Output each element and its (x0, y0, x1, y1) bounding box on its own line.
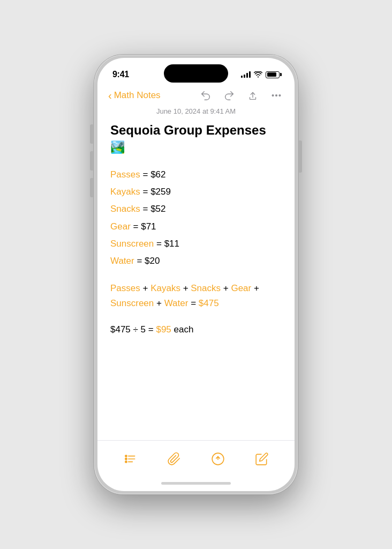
expense-value-gear: = $71 (133, 221, 156, 232)
formula-line-1: Passes + Kayaks + Snacks + Gear + (110, 281, 282, 296)
expense-value-water: = $20 (137, 256, 160, 266)
svg-point-2 (276, 95, 277, 97)
note-title-text: Sequoia Group Expenses (110, 123, 266, 137)
expense-var-gear: Gear (110, 221, 131, 232)
note-emoji: 🏞️ (110, 140, 125, 154)
checklist-button[interactable] (118, 447, 142, 471)
send-button[interactable] (206, 447, 230, 471)
expense-list: Passes = $62 Kayaks = $259 Snacks = $52 … (110, 166, 282, 270)
list-item: Gear = $71 (110, 218, 282, 235)
signal-icon (241, 71, 251, 78)
formula-var-kayaks: Kayaks (150, 283, 180, 293)
list-item: Kayaks = $259 (110, 183, 282, 201)
phone-frame: 9:41 (94, 55, 298, 494)
division-text-prefix: $475 ÷ 5 = (110, 324, 156, 335)
expense-value-sunscreen: = $11 (156, 239, 179, 249)
division-text-suffix: each (171, 324, 194, 335)
expense-var-kayaks: Kayaks (110, 187, 140, 197)
formula-op: + (142, 283, 150, 293)
formula-result-total: $475 (199, 298, 219, 308)
bottom-toolbar (97, 440, 295, 475)
svg-point-6 (125, 458, 127, 459)
back-label: Math Notes (114, 90, 161, 101)
formula-block: Passes + Kayaks + Snacks + Gear + Sunscr… (110, 281, 282, 312)
dynamic-island (164, 64, 228, 83)
list-item: Snacks = $52 (110, 201, 282, 218)
compose-button[interactable] (250, 447, 274, 471)
formula-var-passes: Passes (110, 283, 140, 293)
svg-point-1 (272, 95, 274, 97)
svg-point-3 (279, 95, 281, 97)
nav-bar: ‹ Math Notes (97, 84, 295, 107)
formula-line-2: Sunscreen + Water = $475 (110, 296, 282, 311)
wifi-icon (254, 71, 262, 78)
nav-actions (198, 88, 284, 103)
expense-var-snacks: Snacks (110, 204, 140, 214)
more-button[interactable] (269, 88, 284, 103)
undo-button[interactable] (198, 88, 213, 103)
list-item: Sunscreen = $11 (110, 235, 282, 253)
list-item: Water = $20 (110, 253, 282, 270)
expense-value-passes: = $62 (142, 169, 165, 180)
share-button[interactable] (245, 88, 260, 103)
division-result: $95 (156, 324, 171, 335)
formula-op: + (156, 298, 164, 308)
svg-point-4 (125, 455, 127, 457)
formula-op: + (183, 283, 191, 293)
list-item: Passes = $62 (110, 166, 282, 183)
formula-op: + (254, 283, 259, 293)
status-time: 9:41 (112, 70, 129, 79)
attach-button[interactable] (162, 447, 186, 471)
phone-screen: 9:41 (97, 58, 295, 491)
back-button[interactable]: ‹ Math Notes (108, 90, 161, 101)
home-indicator (97, 475, 295, 491)
formula-var-water: Water (164, 298, 189, 308)
svg-point-8 (125, 461, 127, 463)
status-icons (241, 71, 280, 78)
note-title: Sequoia Group Expenses 🏞️ (110, 122, 282, 155)
formula-var-snacks: Snacks (191, 283, 221, 293)
note-date: June 10, 2024 at 9:41 AM (110, 107, 282, 115)
expense-value-kayaks: = $259 (142, 187, 170, 197)
expense-var-passes: Passes (110, 169, 140, 180)
home-bar (161, 482, 231, 485)
back-chevron-icon: ‹ (108, 90, 112, 101)
formula-op: + (223, 283, 231, 293)
note-content: June 10, 2024 at 9:41 AM Sequoia Group E… (97, 107, 295, 440)
division-block: $475 ÷ 5 = $95 each (110, 322, 282, 338)
expense-var-sunscreen: Sunscreen (110, 239, 154, 249)
formula-var-gear: Gear (231, 283, 251, 293)
battery-icon (266, 71, 280, 78)
formula-var-sunscreen: Sunscreen (110, 298, 154, 308)
formula-op: = (191, 298, 199, 308)
redo-button[interactable] (222, 88, 237, 103)
expense-var-water: Water (110, 256, 134, 266)
expense-value-snacks: = $52 (142, 204, 165, 214)
